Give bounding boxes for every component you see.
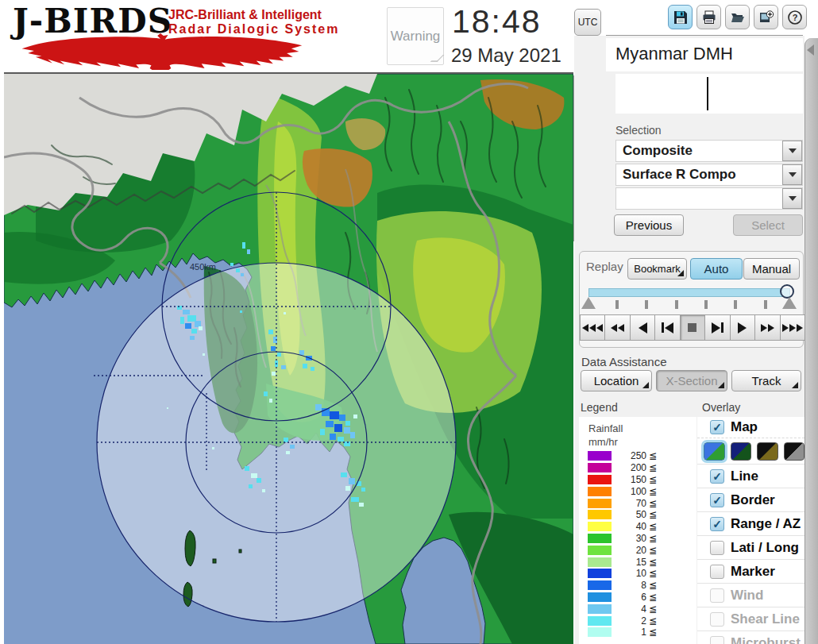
checked-checkbox-icon[interactable]: ✓ xyxy=(710,493,724,507)
eagle-logo-icon xyxy=(10,33,311,70)
print-button[interactable] xyxy=(696,5,721,29)
save-button[interactable] xyxy=(668,5,693,29)
checked-checkbox-icon[interactable]: ✓ xyxy=(710,420,724,434)
legend-row: 50≦ xyxy=(584,509,695,521)
playback-rew3-button[interactable] xyxy=(580,314,605,341)
manual-button[interactable]: Manual xyxy=(743,258,800,280)
playback-left-button[interactable] xyxy=(630,314,655,341)
svg-text:?: ? xyxy=(792,13,797,22)
resize-grip-icon[interactable] xyxy=(430,55,445,62)
playback-last-button[interactable] xyxy=(704,314,730,341)
stop-icon xyxy=(688,323,696,332)
add-image-icon xyxy=(758,10,774,25)
legend-value: 250 xyxy=(612,450,646,461)
playback-controls xyxy=(580,314,804,341)
playback-first-button[interactable] xyxy=(654,314,680,341)
previous-button[interactable]: Previous xyxy=(614,214,684,236)
map-style-swatch[interactable] xyxy=(704,442,725,461)
auto-button[interactable]: Auto xyxy=(690,258,743,280)
signal-display xyxy=(615,74,803,114)
overlay-item-label: Range / AZ xyxy=(731,516,801,532)
select-button[interactable]: Select xyxy=(733,214,803,236)
collapse-arrow-icon[interactable] xyxy=(807,44,814,56)
map-style-swatch[interactable] xyxy=(757,442,778,461)
track-label: Track xyxy=(752,374,781,388)
playback-stop-button[interactable] xyxy=(680,314,705,341)
x-section-button[interactable]: X-Section xyxy=(656,370,727,391)
open-folder-button[interactable] xyxy=(725,5,750,29)
unchecked-checkbox-icon[interactable] xyxy=(710,636,724,644)
product-dropdown[interactable]: Surface R Compo xyxy=(615,164,803,186)
legend-value: 2 xyxy=(612,615,646,627)
overlay-item-marker[interactable]: Marker xyxy=(697,559,804,583)
composite-dropdown[interactable]: Composite xyxy=(615,140,803,162)
bookmark-button[interactable]: Bookmark xyxy=(627,258,687,280)
legend-color-swatch xyxy=(588,499,612,508)
unchecked-checkbox-icon[interactable] xyxy=(710,588,724,603)
chevron-down-icon xyxy=(789,172,797,177)
overlay-item-range-az[interactable]: ✓Range / AZ xyxy=(697,511,804,535)
slider-tick xyxy=(675,300,678,309)
playback-fwd3-button[interactable] xyxy=(780,314,805,341)
legend-symbol: ≦ xyxy=(649,557,657,568)
playback-fwd2-button[interactable] xyxy=(754,314,780,341)
composite-dropdown-arrow[interactable] xyxy=(782,141,802,161)
slider-ticks xyxy=(580,300,804,310)
slider-tick xyxy=(615,300,619,309)
playback-rew2-button[interactable] xyxy=(604,314,630,341)
overlay-item-label: Lati / Long xyxy=(731,540,799,556)
overlay-item-shear-line[interactable]: Shear Line xyxy=(697,607,804,631)
overlay-item-line[interactable]: ✓Line xyxy=(697,464,804,488)
option-dropdown-arrow[interactable] xyxy=(782,188,802,209)
legend-value: 6 xyxy=(612,592,646,603)
legend-value: 30 xyxy=(612,533,646,544)
overlay-item-border[interactable]: ✓Border xyxy=(697,488,804,511)
checked-checkbox-icon[interactable]: ✓ xyxy=(710,469,724,484)
last-icon xyxy=(712,322,720,334)
first-icon xyxy=(662,322,664,333)
location-label: Location xyxy=(594,374,639,388)
panel-scrollbar[interactable] xyxy=(804,38,818,644)
legend-row: 200≦ xyxy=(584,462,695,474)
unchecked-checkbox-icon[interactable] xyxy=(710,565,724,579)
product-dropdown-arrow[interactable] xyxy=(782,164,802,185)
add-image-button[interactable] xyxy=(754,5,778,29)
unchecked-checkbox-icon[interactable] xyxy=(710,541,724,555)
legend-color-swatch xyxy=(588,557,612,567)
option-dropdown[interactable] xyxy=(615,187,803,210)
fwd3-icon xyxy=(782,324,789,332)
selection-label: Selection xyxy=(615,124,662,137)
toolbar: ? xyxy=(668,5,807,29)
overlay-item-wind[interactable]: Wind xyxy=(697,583,804,607)
radar-map[interactable]: 450km xyxy=(4,72,573,644)
overlay-item-lati-long[interactable]: Lati / Long xyxy=(697,535,804,559)
legend-color-swatch xyxy=(588,604,612,614)
corner-fold-icon xyxy=(677,270,684,276)
map-style-swatch[interactable] xyxy=(784,442,805,461)
unchecked-checkbox-icon[interactable] xyxy=(710,612,724,627)
location-button[interactable]: Location xyxy=(581,370,652,391)
chevron-down-icon xyxy=(789,148,797,153)
overlay-item-label: Map xyxy=(731,419,758,435)
station-title: Myanmar DMH xyxy=(615,44,733,64)
legend-scale: 250≦200≦150≦100≦70≦50≦40≦30≦20≦15≦10≦8≦6… xyxy=(584,450,695,638)
checked-checkbox-icon[interactable]: ✓ xyxy=(710,517,724,531)
replay-slider-track[interactable] xyxy=(588,288,790,297)
utc-button[interactable]: UTC xyxy=(574,9,601,36)
overlay-item-map[interactable]: ✓Map xyxy=(697,417,804,438)
playback-right-button[interactable] xyxy=(730,314,755,341)
overlay-label: Overlay xyxy=(702,401,740,414)
corner-fold-icon xyxy=(642,382,649,388)
track-button[interactable]: Track xyxy=(731,370,801,391)
station-box: Myanmar DMH xyxy=(606,38,803,71)
legend-value: 4 xyxy=(612,604,646,615)
help-button[interactable]: ? xyxy=(782,5,807,29)
map-style-swatch[interactable] xyxy=(731,442,752,461)
warning-button[interactable]: Warning xyxy=(387,7,444,65)
bookmark-label: Bookmark xyxy=(634,263,681,275)
legend-symbol: ≦ xyxy=(649,450,657,461)
legend-row: 8≦ xyxy=(584,580,695,592)
legend-color-swatch xyxy=(588,534,612,543)
overlay-item-microburst[interactable]: Microburst xyxy=(697,631,804,644)
composite-dropdown-value: Composite xyxy=(623,143,693,159)
